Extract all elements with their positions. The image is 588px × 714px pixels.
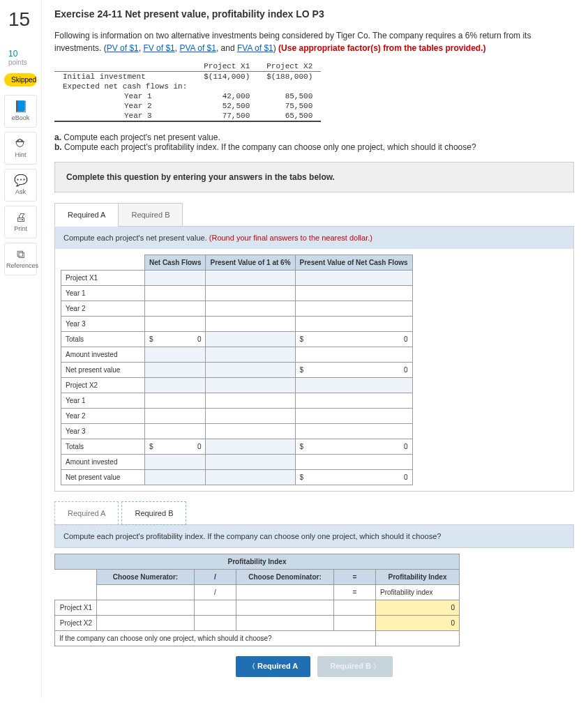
pva-link[interactable]: PVA of $1: [179, 43, 216, 53]
input-px1-den[interactable]: [236, 600, 334, 616]
profitability-index-table: Profitability Index Choose Numerator: / …: [54, 554, 460, 646]
next-required-b-button[interactable]: Required B 〉: [317, 656, 392, 677]
input-px1-amtinv[interactable]: [295, 347, 412, 363]
col-pi: Profitability Index: [376, 570, 460, 585]
input-px1-y2-pv[interactable]: [295, 301, 412, 317]
cell-px2-totals-pv: $0: [295, 439, 412, 455]
ebook-label: eBook: [12, 114, 30, 121]
cell-px2-totals-ncf: $0: [145, 439, 206, 455]
intro-text: Following is information on two alternat…: [54, 29, 574, 54]
pi-row-label: Profitability index: [376, 585, 460, 600]
input-px2-y2-pv[interactable]: [295, 409, 412, 424]
skipped-badge: Skipped: [4, 73, 37, 86]
input-px1-y2-pvf[interactable]: [206, 301, 295, 317]
ask-label: Ask: [15, 188, 26, 195]
printer-icon: 🖨: [6, 212, 35, 223]
row-pi-px2: Project X2: [55, 616, 97, 631]
col-project-x2: Project X2: [258, 61, 321, 72]
ebook-button[interactable]: 📘eBook: [4, 95, 37, 128]
input-px1-y1-pv[interactable]: [295, 286, 412, 301]
input-px2-y3-pv[interactable]: [295, 424, 412, 439]
exercise-title: Exercise 24-11 Net present value, profit…: [54, 8, 574, 20]
ask-button[interactable]: 💬Ask: [4, 169, 37, 202]
input-px2-y3-pvf[interactable]: [206, 424, 295, 439]
pi-title: Profitability Index: [55, 554, 460, 570]
sidebar: 15 10 points Skipped 📘eBook ⛑Hint 💬Ask 🖨…: [0, 0, 42, 698]
fva-link[interactable]: FVA of $1: [237, 43, 273, 53]
intro-instruction: (Use appropriate factor(s) from the tabl…: [278, 43, 485, 53]
nav-buttons: 〈 Required A Required B 〉: [54, 656, 574, 677]
hint-button[interactable]: ⛑Hint: [4, 132, 37, 165]
row-px2-header: Project X2: [61, 378, 145, 393]
input-px1-y1-ncf[interactable]: [145, 286, 206, 301]
points-label: points: [3, 59, 38, 70]
input-px2-y1-ncf[interactable]: [145, 393, 206, 409]
prompt-a-pre: Compute each project's net present value…: [63, 234, 209, 242]
col-pv-ncf: Present Value of Net Cash Flows: [295, 255, 412, 271]
copy-icon: ⧉: [6, 249, 35, 260]
cell-px1-pi: 0: [376, 600, 460, 616]
question-b: Compute each project's profitability ind…: [62, 142, 476, 152]
book-icon: 📘: [6, 101, 35, 112]
investment-data-table: Project X1Project X2 Initial investment$…: [54, 61, 321, 123]
fv-link[interactable]: FV of $1: [143, 43, 174, 53]
col-net-cash-flows: Net Cash Flows: [145, 255, 206, 271]
row-year-1: Year 1: [54, 91, 195, 101]
tab-required-a[interactable]: Required A: [54, 203, 119, 227]
lifesaver-icon: ⛑: [6, 138, 35, 149]
question-list: a. Compute each project's net present va…: [54, 132, 574, 152]
cell-px2-pi: 0: [376, 616, 460, 631]
prev-required-a-button[interactable]: 〈 Required A: [236, 656, 310, 677]
cell-px1-npv: $0: [295, 363, 412, 378]
pi-footer-question: If the company can choose only one proje…: [55, 631, 376, 646]
input-px2-y1-pv[interactable]: [295, 393, 412, 409]
input-px1-y3-pv[interactable]: [295, 317, 412, 332]
select-denominator[interactable]: [236, 585, 334, 600]
input-px2-y2-ncf[interactable]: [145, 409, 206, 424]
input-px2-den[interactable]: [236, 616, 334, 631]
references-label: References: [6, 262, 38, 269]
select-numerator[interactable]: [97, 585, 195, 600]
input-px2-num[interactable]: [97, 616, 195, 631]
pv-link[interactable]: PV of $1: [107, 43, 139, 53]
row-px1-header: Project X1: [61, 271, 145, 286]
input-px1-y2-ncf[interactable]: [145, 301, 206, 317]
input-px1-y3-ncf[interactable]: [145, 317, 206, 332]
input-px2-amtinv[interactable]: [295, 455, 412, 470]
col-denominator: Choose Denominator:: [236, 570, 334, 585]
chat-icon: 💬: [6, 175, 35, 186]
hint-label: Hint: [15, 151, 26, 158]
chevron-right-icon: 〉: [371, 662, 380, 670]
points-value: 10: [3, 47, 38, 59]
tab2-required-a[interactable]: Required A: [54, 501, 119, 525]
chevron-left-icon: 〈: [248, 662, 257, 670]
col-pv-factor: Present Value of 1 at 6%: [206, 255, 295, 271]
question-a: Compute each project's net present value…: [61, 132, 220, 142]
prompt-a-red: (Round your final answers to the nearest…: [209, 234, 372, 242]
tab-required-b[interactable]: Required B: [118, 203, 183, 227]
question-number: 15: [3, 6, 38, 33]
input-px2-y2-pvf[interactable]: [206, 409, 295, 424]
row-year-3: Year 3: [54, 111, 195, 121]
instruction-bar: Complete this question by entering your …: [54, 162, 574, 192]
input-px2-y3-ncf[interactable]: [145, 424, 206, 439]
cell-px2-npv: $0: [295, 470, 412, 485]
references-button[interactable]: ⧉References: [4, 243, 37, 275]
input-px2-y1-pvf[interactable]: [206, 393, 295, 409]
print-button[interactable]: 🖨Print: [4, 206, 37, 238]
col-numerator: Choose Numerator:: [97, 570, 195, 585]
tab2-required-b[interactable]: Required B: [121, 501, 186, 525]
npv-calc-table: Net Cash Flows Present Value of 1 at 6% …: [61, 255, 413, 485]
tab-body-a: Compute each project's net present value…: [54, 227, 574, 492]
row-expected-flows: Expected net cash flows in:: [54, 82, 195, 91]
select-choose-project[interactable]: [376, 631, 460, 646]
prompt-b: Compute each project's profitability ind…: [54, 524, 574, 548]
input-px1-y3-pvf[interactable]: [206, 317, 295, 332]
cell-px1-totals-ncf: $0: [145, 332, 206, 347]
print-label: Print: [14, 225, 27, 232]
input-px1-y1-pvf[interactable]: [206, 286, 295, 301]
row-initial-investment: Initial investment: [54, 72, 195, 82]
cell-px1-totals-pv: $0: [295, 332, 412, 347]
input-px1-num[interactable]: [97, 600, 195, 616]
tabs-bottom: Required A Required B: [54, 501, 574, 525]
